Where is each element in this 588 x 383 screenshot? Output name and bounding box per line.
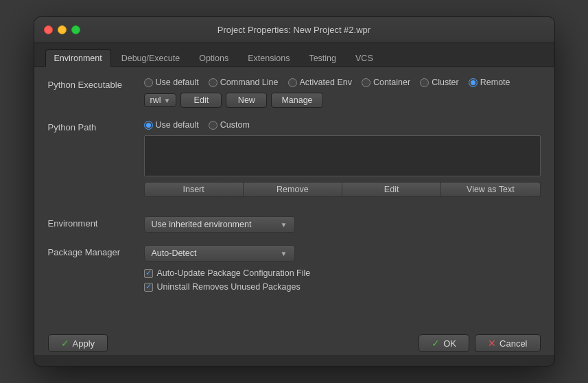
dialog-content: Environment Debug/Execute Options Extens… (34, 43, 554, 366)
python-path-radio-group: Use default Custom (144, 120, 541, 130)
minimize-button[interactable] (58, 25, 67, 34)
radio-path-custom-input[interactable] (209, 121, 217, 130)
apply-button[interactable]: ✓ Apply (48, 334, 108, 352)
radio-use-default[interactable]: Use default (144, 78, 199, 87)
tab-environment[interactable]: Environment (45, 49, 111, 67)
tab-extensions[interactable]: Extensions (239, 49, 298, 67)
radio-path-use-default-input[interactable] (144, 121, 153, 130)
radio-container[interactable]: Container (362, 78, 410, 87)
radio-remote[interactable]: Remote (469, 78, 510, 87)
python-executable-label: Python Executable (48, 78, 144, 90)
ok-check-icon: ✓ (432, 338, 440, 349)
package-manager-dropdown[interactable]: Auto-Detect ▼ (144, 245, 295, 262)
radio-use-default-input[interactable] (144, 78, 153, 87)
package-manager-label: Package Manager (48, 245, 144, 257)
apply-check-icon: ✓ (61, 338, 69, 349)
radio-container-input[interactable] (362, 78, 371, 87)
python-executable-row: Python Executable Use default Command Li… (48, 78, 541, 108)
tab-bar: Environment Debug/Execute Options Extens… (34, 43, 554, 67)
view-as-text-button[interactable]: View as Text (441, 182, 540, 197)
edit-path-button[interactable]: Edit (342, 182, 441, 197)
radio-path-custom[interactable]: Custom (209, 120, 250, 130)
main-content: Python Executable Use default Command Li… (34, 67, 554, 327)
python-executable-controls: Use default Command Line Activated Env (144, 78, 541, 108)
path-table-area (144, 135, 541, 176)
close-button[interactable] (44, 25, 53, 34)
maximize-button[interactable] (71, 25, 80, 34)
uninstall-removes-checkbox[interactable] (144, 283, 153, 292)
package-manager-dropdown-arrow-icon: ▼ (281, 250, 287, 257)
window-title: Project Properties: New Project #2.wpr (217, 25, 371, 35)
radio-activated-env-input[interactable] (288, 78, 297, 87)
new-button[interactable]: New (226, 93, 267, 108)
edit-button[interactable]: Edit (180, 93, 222, 108)
environment-row: Environment Use inherited environment ▼ (48, 216, 541, 233)
package-manager-row: Package Manager Auto-Detect ▼ Auto-Updat… (48, 245, 541, 296)
python-path-controls: Use default Custom Insert Remove Edit (144, 120, 541, 204)
auto-update-checkbox[interactable] (144, 269, 153, 278)
radio-cluster-input[interactable] (420, 78, 429, 87)
dialog-window: Project Properties: New Project #2.wpr E… (34, 16, 555, 367)
python-path-label: Python Path (48, 120, 144, 132)
radio-command-line[interactable]: Command Line (209, 78, 279, 87)
manage-button[interactable]: Manage (271, 93, 322, 108)
cancel-x-icon: ✕ (488, 338, 496, 349)
footer-left: ✓ Apply (48, 334, 108, 352)
auto-update-checkbox-item[interactable]: Auto-Update Package Configuration File (144, 268, 541, 278)
cancel-button[interactable]: ✕ Cancel (475, 334, 540, 352)
radio-command-line-input[interactable] (209, 78, 217, 87)
footer-right: ✓ OK ✕ Cancel (419, 334, 540, 352)
uninstall-removes-checkbox-item[interactable]: Uninstall Removes Unused Packages (144, 282, 541, 292)
tab-debug-execute[interactable]: Debug/Execute (113, 49, 189, 67)
environment-dropdown[interactable]: Use inherited environment ▼ (144, 216, 295, 233)
dropdown-arrow-icon: ▼ (163, 97, 170, 104)
ok-button[interactable]: ✓ OK (419, 334, 469, 352)
path-edit-buttons: Insert Remove Edit View as Text (144, 182, 541, 197)
radio-cluster[interactable]: Cluster (420, 78, 459, 87)
radio-path-use-default[interactable]: Use default (144, 120, 199, 130)
radio-remote-input[interactable] (469, 78, 478, 87)
tab-options[interactable]: Options (190, 49, 237, 67)
remove-button[interactable]: Remove (244, 182, 342, 197)
radio-activated-env[interactable]: Activated Env (288, 78, 352, 87)
environment-dropdown-arrow-icon: ▼ (281, 221, 287, 229)
tab-vcs[interactable]: VCS (346, 49, 382, 67)
python-executable-buttons: rwl ▼ Edit New Manage (144, 93, 541, 108)
traffic-lights (44, 25, 80, 34)
dialog-footer: ✓ Apply ✓ OK ✕ Cancel (34, 327, 554, 355)
titlebar: Project Properties: New Project #2.wpr (34, 17, 554, 43)
package-manager-controls: Auto-Detect ▼ Auto-Update Package Config… (144, 245, 541, 296)
python-path-row: Python Path Use default Custom (48, 120, 541, 204)
tab-testing[interactable]: Testing (300, 49, 345, 67)
insert-button[interactable]: Insert (144, 182, 244, 197)
environment-label: Environment (48, 216, 144, 229)
rwl-dropdown[interactable]: rwl ▼ (144, 93, 177, 107)
environment-controls: Use inherited environment ▼ (144, 216, 541, 233)
python-executable-radio-group: Use default Command Line Activated Env (144, 78, 541, 87)
